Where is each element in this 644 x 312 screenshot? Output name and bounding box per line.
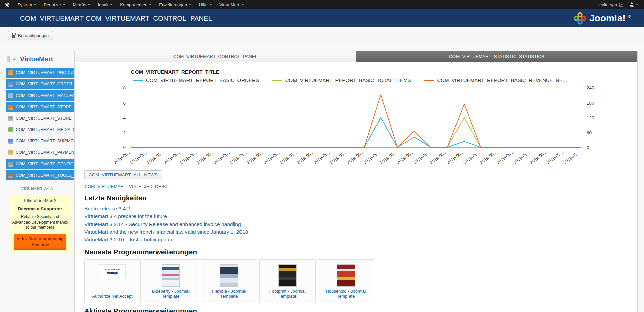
- sidebar-item-tools[interactable]: COM_VIRTUEMART_TOOLS_MOD: [6, 170, 74, 180]
- svg-text:8: 8: [123, 85, 126, 90]
- extension-card-blueberry[interactable]: Blueberry - Joomla! Template: [143, 259, 199, 303]
- extension-card-household[interactable]: Household - Joomla! Template: [318, 259, 374, 303]
- report-chart-svg: 024680601201802402019-06...2019-06...201…: [84, 83, 614, 168]
- svg-text:2019-06...: 2019-06...: [246, 149, 265, 165]
- joomla-icon[interactable]: [5, 2, 10, 7]
- virtuemart-sidebar: ✔ VirtueMart COM_VIRTUEMART_PRODUC COM_V…: [0, 44, 74, 254]
- extension-card-authorize[interactable]: Authorize.Net Accept Authorize.Net Accep…: [84, 259, 141, 303]
- extension-label[interactable]: Household - Joomla! Template: [318, 289, 374, 299]
- svg-text:2019-06...: 2019-06...: [163, 149, 182, 165]
- extensions-row: Authorize.Net Accept Authorize.Net Accep…: [84, 259, 628, 303]
- menu-inhalt-label: Inhalt: [98, 2, 108, 7]
- site-preview-link[interactable]: levita-spa ↗: [598, 2, 623, 7]
- svg-text:2019-06...: 2019-06...: [129, 149, 149, 165]
- extension-thumbnail: [220, 264, 238, 287]
- virtuemart-menu: COM_VIRTUEMART_PRODUC COM_VIRTUEMART_ORD…: [0, 68, 74, 180]
- svg-text:2019-06...: 2019-06...: [412, 149, 431, 165]
- news-link[interactable]: VirtueMart 3.2.10 - Just a hotfix update: [84, 237, 174, 242]
- list-item: VirtueMart 3.2.14 - Security Release and…: [84, 220, 628, 228]
- chevron-down-icon: [63, 4, 65, 5]
- extension-thumbnail: [162, 264, 180, 287]
- extension-label[interactable]: Authorize.Net Accept: [90, 294, 135, 299]
- chevron-down-icon: [88, 4, 90, 5]
- promo-line1: Like VirtueMart?: [12, 198, 68, 203]
- svg-text:2019-07...: 2019-07...: [562, 149, 581, 165]
- virtuemart-check-icon: ✔: [13, 56, 17, 62]
- menu-system-label: System: [17, 2, 32, 7]
- menu-komponenten[interactable]: Komponenten: [116, 0, 155, 9]
- permissions-button[interactable]: Berechtigungen: [8, 31, 53, 40]
- toolbar: Berechtigungen: [0, 27, 644, 44]
- svg-text:2019-06...: 2019-06...: [346, 149, 365, 165]
- extension-thumbnail: [278, 264, 297, 287]
- sidebar-resize-handle[interactable]: [7, 56, 10, 62]
- svg-text:2019-06...: 2019-06...: [363, 149, 382, 165]
- user-menu[interactable]: [629, 2, 639, 7]
- menu-hilfe[interactable]: Hilfe: [195, 0, 216, 9]
- menu-virtuemart-label: VirtueMart: [219, 2, 239, 7]
- news-link[interactable]: Bugfix release 3.4.2: [84, 206, 130, 211]
- sidebar-item-store[interactable]: COM_VIRTUEMART_STORE: [6, 113, 74, 123]
- menu-erweiterungen[interactable]: Erweiterungen: [155, 0, 195, 9]
- panel-content: COM_VIRTUEMART_REPORT_TITLE COM_VIRTUEMA…: [75, 69, 637, 312]
- menu-benutzer[interactable]: Benutzer: [40, 0, 69, 9]
- tools-icon: [8, 173, 13, 178]
- svg-text:2019-06...: 2019-06...: [446, 149, 465, 165]
- svg-text:2019-06...: 2019-06...: [113, 149, 132, 165]
- news-link[interactable]: Virtuemart 3.4 prepare for the future: [84, 213, 167, 219]
- news-link[interactable]: VirtueMart and the new french financial …: [84, 229, 248, 235]
- svg-text:120: 120: [587, 115, 594, 120]
- admin-header: COM_VIRTUEMART COM_VIRTUEMART_CONTROL_PA…: [0, 9, 644, 27]
- svg-text:2019-07...: 2019-07...: [546, 149, 565, 165]
- joomla-logo: Joomla!®: [573, 12, 631, 25]
- svg-text:2019-06...: 2019-06...: [429, 149, 448, 165]
- store-info-icon: [8, 105, 13, 110]
- menu-erweiterungen-label: Erweiterungen: [159, 2, 187, 7]
- menu-hilfe-label: Hilfe: [199, 2, 208, 7]
- sidebar-item-payment[interactable]: COM_VIRTUEMART_PAYMENT: [6, 147, 74, 158]
- all-news-button[interactable]: COM_VIRTUEMART_ALL_NEWS: [84, 170, 162, 179]
- list-item: Bugfix release 3.4.2: [84, 205, 628, 212]
- list-item: VirtueMart and the new french financial …: [84, 228, 628, 236]
- chevron-down-icon: [34, 4, 36, 5]
- svg-text:0: 0: [123, 145, 126, 150]
- extension-label[interactable]: Flexible - Joomla! Template: [201, 289, 257, 299]
- membership-buy-button[interactable]: VirtueMart membership Buy now: [14, 234, 66, 250]
- extension-label[interactable]: Blueberry - Joomla! Template: [143, 289, 199, 299]
- svg-text:2019-06...: 2019-06...: [146, 149, 165, 165]
- svg-text:2019-06...: 2019-06...: [529, 149, 548, 165]
- extension-label[interactable]: Footprint - Joomla! Template: [260, 289, 315, 299]
- menu-virtuemart[interactable]: VirtueMart: [216, 0, 248, 9]
- extension-thumbnail: [337, 264, 355, 287]
- sidebar-item-orders[interactable]: COM_VIRTUEMART_ORDER_: [6, 79, 74, 89]
- sidebar-item-manufacturers[interactable]: COM_VIRTUEMART_MANUFAC: [6, 90, 74, 101]
- tab-control-panel[interactable]: COM_VIRTUEMART_CONTROL_PANEL: [75, 51, 356, 62]
- registered-mark: ®: [628, 15, 631, 18]
- svg-text:4: 4: [123, 115, 126, 120]
- extension-card-flexible[interactable]: Flexible - Joomla! Template: [201, 259, 257, 303]
- chevron-down-icon: [636, 4, 639, 5]
- products-icon: [8, 70, 13, 75]
- vote-jed-link[interactable]: COM_VIRTUEMART_VOTE_JED_DESC: [84, 184, 168, 189]
- menu-system[interactable]: System: [14, 0, 40, 9]
- active-extensions-heading: Aktivste Programmerweiterungen: [84, 307, 628, 312]
- menu-inhalt[interactable]: Inhalt: [94, 0, 116, 9]
- news-link[interactable]: VirtueMart 3.2.14 - Security Release and…: [84, 221, 241, 227]
- svg-text:2019-06...: 2019-06...: [213, 149, 232, 165]
- sidebar-item-configuration[interactable]: COM_VIRTUEMART_CONFIGU: [6, 159, 74, 169]
- sidebar-item-store-info[interactable]: COM_VIRTUEMART_STORE_: [6, 102, 74, 112]
- news-list: Bugfix release 3.4.2 Virtuemart 3.4 prep…: [84, 205, 628, 243]
- sidebar-item-media[interactable]: COM_VIRTUEMART_MEDIA_S: [6, 125, 74, 135]
- extension-card-footprint[interactable]: Footprint - Joomla! Template: [259, 259, 316, 303]
- menu-menues[interactable]: Menüs: [69, 0, 94, 9]
- sidebar-item-products[interactable]: COM_VIRTUEMART_PRODUC: [6, 68, 74, 78]
- menu-komponenten-label: Komponenten: [120, 2, 147, 7]
- orders-line-swatch: [133, 80, 143, 81]
- tab-statistics[interactable]: COM_VIRTUEMART_STATISTIC_STATISTICS: [356, 51, 637, 62]
- sidebar-item-shipment[interactable]: COM_VIRTUEMART_SHIPMEN: [6, 136, 74, 146]
- store-icon: [8, 116, 13, 121]
- chart-title: COM_VIRTUEMART_REPORT_TITLE: [131, 69, 628, 75]
- legend-total-items: COM_VIRTUEMART_REPORT_BASIC_TOTAL_ITEMS: [272, 77, 411, 83]
- joomla-logo-mark: [573, 12, 587, 25]
- promo-line2: Become a Supporter: [12, 206, 68, 211]
